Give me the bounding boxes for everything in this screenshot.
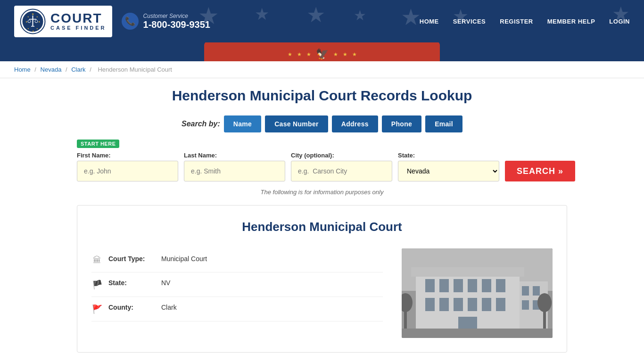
svg-rect-26 bbox=[468, 298, 477, 311]
site-header: ★ ★ ★ ★ ★ ★ ★ ★ bbox=[0, 0, 644, 42]
court-type-label: Court Type: bbox=[108, 255, 156, 263]
county-label: County: bbox=[108, 304, 156, 311]
state-field: State: Nevada Alaska Arizona California … bbox=[398, 152, 499, 181]
search-form: START HERE First Name: Last Name: City (… bbox=[77, 140, 567, 181]
start-here-badge: START HERE bbox=[77, 140, 119, 148]
nav-services[interactable]: SERVICES bbox=[453, 18, 486, 25]
star-right-3: ★ bbox=[352, 51, 357, 58]
svg-rect-20 bbox=[468, 279, 477, 292]
logo[interactable]: ★ ★ ★ ★ ★ ★ ★ ★ COURT CASE FINDER bbox=[14, 6, 112, 37]
court-panel: Henderson Municipal Court 🏛 Court Type: … bbox=[77, 205, 567, 353]
court-panel-title: Henderson Municipal Court bbox=[91, 220, 553, 234]
svg-rect-17 bbox=[425, 279, 435, 292]
main-nav: HOME SERVICES REGISTER MEMBER HELP LOGIN bbox=[420, 18, 630, 25]
svg-point-39 bbox=[537, 293, 552, 312]
cs-label: Customer Service bbox=[143, 13, 210, 19]
court-details: 🏛 Court Type: Municipal Court 🏴 State: N… bbox=[91, 248, 383, 338]
customer-service: 📞 Customer Service 1-800-309-9351 bbox=[122, 13, 210, 30]
svg-rect-22 bbox=[496, 279, 505, 292]
court-type-row: 🏛 Court Type: Municipal Court bbox=[91, 248, 383, 272]
star-left-1: ★ bbox=[288, 51, 292, 58]
cs-info: Customer Service 1-800-309-9351 bbox=[143, 13, 210, 30]
svg-rect-23 bbox=[425, 298, 435, 311]
svg-rect-31 bbox=[522, 286, 529, 296]
breadcrumb-current: Henderson Municipal Court bbox=[98, 66, 172, 73]
search-by-label: Search by: bbox=[182, 120, 220, 128]
nav-register[interactable]: REGISTER bbox=[500, 18, 533, 25]
court-building-image bbox=[402, 248, 553, 338]
state-label: State: bbox=[398, 152, 499, 159]
star-left-3: ★ bbox=[306, 51, 311, 58]
breadcrumb-clark[interactable]: Clark bbox=[71, 66, 85, 73]
svg-text:★: ★ bbox=[32, 13, 34, 16]
svg-rect-16 bbox=[411, 267, 524, 277]
nav-home[interactable]: HOME bbox=[420, 18, 439, 25]
svg-text:★: ★ bbox=[27, 16, 29, 18]
logo-case-finder-label: CASE FINDER bbox=[50, 25, 107, 31]
svg-rect-18 bbox=[439, 279, 449, 292]
header-left: ★ ★ ★ ★ ★ ★ ★ ★ COURT CASE FINDER 📞 Cust… bbox=[14, 6, 210, 37]
tab-name[interactable]: Name bbox=[224, 115, 261, 132]
state-row: 🏴 State: NV bbox=[91, 272, 383, 297]
tab-address[interactable]: Address bbox=[332, 115, 378, 132]
breadcrumb-home[interactable]: Home bbox=[14, 66, 31, 73]
logo-text: COURT CASE FINDER bbox=[50, 12, 107, 31]
svg-rect-32 bbox=[533, 286, 540, 296]
nav-login[interactable]: LOGIN bbox=[609, 18, 630, 25]
svg-rect-3 bbox=[29, 19, 36, 20]
svg-rect-27 bbox=[482, 298, 491, 311]
city-input[interactable] bbox=[291, 161, 392, 181]
star-left-2: ★ bbox=[297, 51, 302, 58]
breadcrumb-sep-1: / bbox=[34, 66, 38, 73]
search-by-row: Search by: Name Case Number Address Phon… bbox=[77, 115, 567, 132]
building-svg bbox=[402, 248, 553, 338]
first-name-field: First Name: bbox=[77, 152, 178, 181]
svg-rect-24 bbox=[439, 298, 449, 311]
svg-text:★: ★ bbox=[36, 27, 38, 30]
svg-text:★: ★ bbox=[36, 16, 38, 18]
svg-rect-35 bbox=[402, 329, 553, 338]
page-title: Henderson Municipal Court Records Lookup bbox=[77, 88, 567, 104]
svg-rect-21 bbox=[482, 279, 491, 292]
banner-arch: ★ ★ ★ 🦅 ★ ★ ★ bbox=[0, 42, 644, 61]
breadcrumb-sep-2: / bbox=[66, 66, 69, 73]
breadcrumb-nevada[interactable]: Nevada bbox=[41, 66, 62, 73]
last-name-input[interactable] bbox=[184, 161, 285, 181]
svg-rect-28 bbox=[496, 298, 505, 311]
state-select[interactable]: Nevada Alaska Arizona California Colorad… bbox=[398, 161, 499, 181]
svg-rect-25 bbox=[454, 298, 463, 311]
phone-icon: 📞 bbox=[122, 13, 139, 30]
form-row: First Name: Last Name: City (optional): … bbox=[77, 152, 567, 181]
first-name-input[interactable] bbox=[77, 161, 178, 181]
svg-text:★: ★ bbox=[27, 27, 29, 30]
svg-rect-33 bbox=[522, 300, 529, 310]
court-type-value: Municipal Court bbox=[161, 255, 207, 263]
star-right-1: ★ bbox=[333, 51, 338, 58]
first-name-label: First Name: bbox=[77, 152, 178, 159]
search-button[interactable]: SEARCH » bbox=[505, 161, 575, 181]
city-field: City (optional): bbox=[291, 152, 392, 181]
svg-rect-19 bbox=[454, 279, 463, 292]
cs-phone: 1-800-309-9351 bbox=[143, 19, 210, 30]
breadcrumb: Home / Nevada / Clark / Henderson Munici… bbox=[0, 61, 644, 78]
tab-case-number[interactable]: Case Number bbox=[265, 115, 328, 132]
county-row: 🚩 County: Clark bbox=[91, 297, 383, 321]
main-content: Henderson Municipal Court Records Lookup… bbox=[63, 78, 581, 362]
court-type-icon: 🏛 bbox=[91, 255, 103, 265]
county-icon: 🚩 bbox=[91, 304, 103, 314]
svg-rect-4 bbox=[31, 26, 34, 27]
state-label-detail: State: bbox=[108, 279, 156, 287]
state-icon: 🏴 bbox=[91, 280, 103, 290]
tab-email[interactable]: Email bbox=[425, 115, 462, 132]
logo-emblem: ★ ★ ★ ★ ★ ★ ★ ★ bbox=[20, 8, 46, 34]
tab-phone[interactable]: Phone bbox=[382, 115, 421, 132]
nav-member-help[interactable]: MEMBER HELP bbox=[547, 18, 595, 25]
county-value: Clark bbox=[161, 304, 177, 311]
court-info-layout: 🏛 Court Type: Municipal Court 🏴 State: N… bbox=[91, 248, 553, 338]
last-name-label: Last Name: bbox=[184, 152, 285, 159]
last-name-field: Last Name: bbox=[184, 152, 285, 181]
disclaimer: The following is for information purpose… bbox=[77, 189, 567, 196]
eagle-banner: ★ ★ ★ 🦅 ★ ★ ★ bbox=[288, 48, 357, 60]
eagle-icon: 🦅 bbox=[316, 48, 329, 60]
star-right-2: ★ bbox=[343, 51, 347, 58]
